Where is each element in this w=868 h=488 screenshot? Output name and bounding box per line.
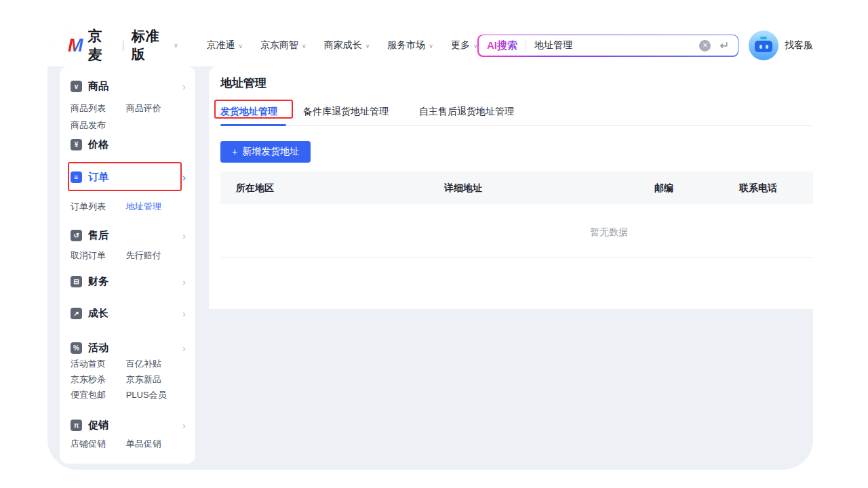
sidebar-item-jd-seckill[interactable]: 京东秒杀 — [71, 373, 123, 386]
sidebar-item-cheap-free-shipping[interactable]: 便宜包邮 — [71, 389, 123, 401]
active-tab-underline — [220, 124, 286, 126]
sidebar-section-promotion[interactable]: π 促销 › — [71, 418, 186, 432]
chevron-down-icon[interactable]: ∨ — [174, 42, 178, 49]
aftersale-icon: ↺ — [71, 230, 82, 241]
main-content: 地址管理 发货地址管理 备件库退货地址管理 自主售后退货地址管理 + 新增发货地… — [209, 66, 813, 309]
robot-eye — [760, 45, 762, 49]
sidebar-subrow: 订单列表 地址管理 — [71, 201, 189, 213]
sidebar-item-advance-compensation[interactable]: 先行赔付 — [126, 249, 179, 262]
search-input-value[interactable]: 地址管理 — [534, 39, 572, 52]
add-button-label: 新增发货地址 — [242, 146, 299, 158]
sidebar-item-order-list[interactable]: 订单列表 — [71, 201, 123, 213]
column-region: 所在地区 — [236, 182, 274, 195]
chevron-right-icon: › — [182, 171, 186, 183]
chevron-right-icon: › — [182, 81, 186, 92]
sidebar-subrow: 京东秒杀 京东新品 — [71, 373, 189, 386]
sidebar-section-finance[interactable]: ⊟ 财务 › — [71, 274, 186, 289]
sidebar-item-cancel-order[interactable]: 取消订单 — [71, 249, 123, 262]
table-bottom-divider — [220, 257, 813, 258]
section-title: 价格 — [88, 138, 108, 151]
enter-icon[interactable]: ↵ — [719, 39, 729, 53]
section-title: 财务 — [88, 275, 108, 288]
sidebar-subrow: 便宜包邮 PLUS会员 — [71, 389, 189, 401]
column-postcode: 邮编 — [654, 182, 673, 195]
empty-state-text: 暂无数据 — [561, 226, 656, 239]
tab-shipping-address-management[interactable]: 发货地址管理 — [220, 106, 277, 118]
sidebar-section-aftersale[interactable]: ↺ 售后 › — [71, 228, 186, 243]
growth-icon: ↗ — [71, 308, 82, 319]
tab-self-aftersale-return-address[interactable]: 自主售后退货地址管理 — [419, 106, 514, 118]
sidebar-section-price[interactable]: ¥ 价格 — [71, 137, 186, 152]
sidebar-section-order[interactable]: ≡ 订单 › — [71, 169, 186, 184]
chevron-down-icon: ∨ — [366, 43, 370, 49]
chevron-right-icon: › — [182, 276, 186, 287]
assistant-avatar[interactable] — [749, 30, 778, 60]
section-title: 活动 — [88, 342, 108, 354]
top-nav: 京准通∨ 京东商智∨ 商家成长∨ 服务市场∨ 更多∨ — [207, 39, 478, 52]
edition-name: 标准版 — [132, 27, 170, 64]
robot-icon — [755, 41, 772, 52]
price-icon: ¥ — [71, 139, 82, 150]
chevron-down-icon: ∨ — [429, 43, 433, 49]
app-logo[interactable]: M 京麦 | 标准版 ∨ — [68, 26, 178, 64]
robot-eye — [766, 45, 768, 49]
nav-label: 服务市场 — [387, 39, 425, 50]
chevron-right-icon: › — [182, 420, 186, 431]
sidebar-item-product-review[interactable]: 商品评价 — [126, 102, 179, 115]
sidebar-subrow: 商品发布 — [71, 119, 189, 131]
nav-label: 更多 — [451, 39, 470, 50]
section-title: 促销 — [88, 419, 108, 432]
sidebar-item-address-management[interactable]: 地址管理 — [126, 201, 179, 213]
chevron-right-icon: › — [182, 308, 186, 319]
section-title: 商品 — [88, 80, 108, 93]
nav-more[interactable]: 更多∨ — [451, 39, 478, 52]
finance-icon: ⊟ — [71, 276, 82, 287]
nav-label: 京东商智 — [260, 39, 298, 50]
add-shipping-address-button[interactable]: + 新增发货地址 — [220, 141, 311, 163]
sidebar-item-shop-promotion[interactable]: 店铺促销 — [71, 438, 123, 450]
clear-search-icon[interactable]: × — [699, 40, 711, 52]
nav-service-market[interactable]: 服务市场∨ — [387, 39, 433, 52]
ai-search-box-inner: AI搜索 地址管理 × ↵ — [479, 35, 738, 56]
chevron-right-icon: › — [182, 230, 186, 241]
logo-divider: | — [121, 39, 124, 52]
plus-icon: + — [232, 146, 237, 157]
assistant-label[interactable]: 找客服 — [785, 39, 813, 52]
sidebar-subrow: 店铺促销 单品促销 — [71, 438, 189, 450]
ai-search-box[interactable]: AI搜索 地址管理 × ↵ — [477, 35, 738, 57]
chevron-down-icon: ∨ — [473, 43, 478, 49]
order-icon: ≡ — [71, 171, 82, 183]
section-title: 成长 — [88, 307, 108, 320]
column-contact-phone: 联系电话 — [739, 182, 777, 195]
chevron-down-icon: ∨ — [302, 43, 307, 49]
nav-jd-shangzhi[interactable]: 京东商智∨ — [260, 39, 307, 52]
sidebar-item-product-list[interactable]: 商品列表 — [71, 102, 123, 115]
sidebar-item-jd-new-product[interactable]: 京东新品 — [126, 373, 179, 386]
jingmai-m-logo-icon: M — [68, 35, 83, 56]
sidebar-item-activity-home[interactable]: 活动首页 — [71, 358, 123, 370]
chevron-right-icon: › — [182, 342, 186, 354]
sidebar-section-activity[interactable]: % 活动 › — [71, 340, 186, 355]
activity-icon: % — [71, 342, 82, 354]
section-title: 售后 — [88, 229, 108, 242]
sidebar-item-single-product-promotion[interactable]: 单品促销 — [126, 438, 179, 450]
search-divider — [526, 41, 526, 50]
page-title: 地址管理 — [220, 75, 267, 91]
top-header: M 京麦 | 标准版 ∨ 京准通∨ 京东商智∨ 商家成长∨ 服务市场∨ 更多∨ … — [47, 24, 813, 66]
nav-jingzhuntong[interactable]: 京准通∨ — [207, 39, 243, 52]
sidebar-subrow: 活动首页 百亿补贴 — [71, 358, 189, 370]
sidebar-item-billion-subsidy[interactable]: 百亿补贴 — [126, 358, 179, 370]
jingmai-app-window: M 京麦 | 标准版 ∨ 京准通∨ 京东商智∨ 商家成长∨ 服务市场∨ 更多∨ … — [47, 24, 813, 470]
brand-name: 京麦 — [88, 26, 115, 64]
nav-label: 京准通 — [207, 39, 235, 50]
product-icon: v — [71, 81, 82, 92]
sidebar-section-product[interactable]: v 商品 › — [71, 79, 186, 94]
nav-merchant-growth[interactable]: 商家成长∨ — [324, 39, 370, 52]
sidebar-section-growth[interactable]: ↗ 成长 › — [71, 306, 186, 321]
sidebar-item-product-publish[interactable]: 商品发布 — [71, 119, 123, 131]
column-detailed-address: 详细地址 — [444, 182, 482, 195]
sidebar-subrow: 取消订单 先行赔付 — [71, 249, 189, 262]
tab-spare-warehouse-return-address[interactable]: 备件库退货地址管理 — [303, 106, 389, 118]
sidebar-item-plus-member[interactable]: PLUS会员 — [126, 389, 179, 401]
section-title: 订单 — [88, 171, 108, 184]
